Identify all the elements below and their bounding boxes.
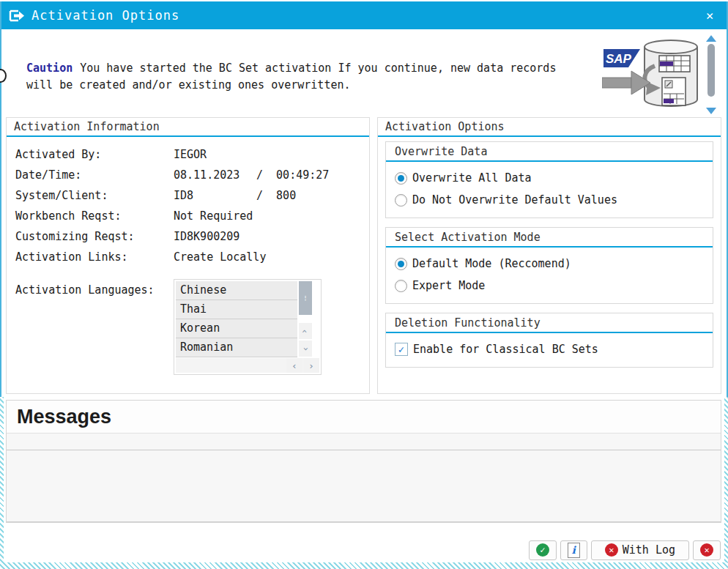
info-label: Activation Links: bbox=[15, 250, 174, 264]
information-button[interactable]: i bbox=[560, 540, 587, 560]
info-label: Customizing Reqst: bbox=[15, 230, 174, 243]
info-label: Workbench Reqst: bbox=[15, 209, 174, 223]
check-circle-icon: ✓ bbox=[536, 543, 549, 557]
languages-listbox: ChineseThaiKoreanRomanian ⁝ ‹ ‹ ‹ › bbox=[174, 279, 322, 375]
info-label: Activated By: bbox=[15, 148, 174, 161]
radio-selected-icon[interactable] bbox=[395, 258, 407, 270]
caution-label: Caution bbox=[26, 62, 73, 75]
option-groups: Overwrite DataOverwrite All DataDo Not O… bbox=[378, 137, 721, 381]
message-row bbox=[7, 434, 721, 450]
with-log-label: With Log bbox=[623, 543, 675, 557]
group-title: Overwrite Data bbox=[386, 142, 713, 160]
option-group: Select Activation ModeDefault Mode (Recc… bbox=[385, 227, 713, 304]
radio-unselected-icon[interactable] bbox=[395, 280, 407, 292]
messages-title: Messages bbox=[7, 401, 721, 434]
info-row: System/Client:ID8/ 800 bbox=[7, 185, 369, 206]
resize-hatch-bottom[interactable] bbox=[0, 562, 728, 569]
messages-panel: Messages bbox=[6, 400, 721, 523]
continue-button[interactable]: ✓ bbox=[529, 540, 557, 560]
group-title: Select Activation Mode bbox=[386, 228, 713, 246]
info-value2: / 00:49:27 bbox=[256, 168, 329, 182]
scrollbar-thumb[interactable] bbox=[707, 44, 715, 97]
group-title: Deletion Functionality bbox=[386, 313, 713, 332]
option-group: Overwrite DataOverwrite All DataDo Not O… bbox=[385, 141, 713, 218]
info-rows: Activated By:IEGORDate/Time:08.11.2023/ … bbox=[7, 137, 369, 267]
dialog-title: Activation Options bbox=[31, 8, 179, 23]
info-value2: / 800 bbox=[256, 189, 296, 202]
info-value: 08.11.2023 bbox=[174, 168, 256, 182]
checkbox-option[interactable]: ✓Enable for Classical BC Sets bbox=[395, 338, 704, 360]
scroll-up-icon[interactable]: ‹ bbox=[299, 323, 312, 339]
left-edge-handle[interactable] bbox=[0, 69, 7, 83]
radio-option[interactable]: Expert Mode bbox=[395, 275, 704, 297]
scrollbar-thumb[interactable]: ⁝ bbox=[299, 281, 312, 315]
x-circle-icon: ✕ bbox=[605, 543, 618, 557]
scroll-down-icon[interactable]: ‹ bbox=[299, 341, 312, 357]
language-item[interactable]: Thai bbox=[176, 300, 297, 319]
language-item[interactable]: Chinese bbox=[176, 281, 297, 300]
resize-hatch-right[interactable] bbox=[724, 397, 728, 569]
info-row: Activated By:IEGOR bbox=[7, 144, 369, 165]
info-label: Date/Time: bbox=[15, 168, 174, 182]
activation-options-dialog: Activation Options ✕ CautionYou have sta… bbox=[0, 0, 728, 569]
info-value: Create Locally bbox=[174, 250, 256, 264]
panel-title: Activation Options bbox=[378, 118, 721, 135]
radio-option[interactable]: Default Mode (Reccomend) bbox=[395, 253, 704, 275]
cancel-button[interactable]: ✕ bbox=[693, 540, 721, 560]
activation-information-panel: Activation Information Activated By:IEGO… bbox=[6, 117, 370, 394]
info-row: Workbench Reqst:Not Required bbox=[7, 206, 369, 226]
option-label: Do Not Overwrite Default Values bbox=[412, 193, 617, 207]
info-row: Customizing Reqst:ID8K900209 bbox=[7, 226, 369, 247]
language-item[interactable]: Romanian bbox=[176, 338, 297, 357]
info-row: Date/Time:08.11.2023/ 00:49:27 bbox=[7, 165, 369, 185]
group-body: ✓Enable for Classical BC Sets bbox=[386, 333, 713, 367]
scrollbar-track[interactable] bbox=[706, 42, 716, 108]
x-circle-icon: ✕ bbox=[700, 543, 713, 557]
panel-title: Activation Information bbox=[7, 118, 369, 135]
language-item[interactable]: Korean bbox=[176, 319, 297, 338]
info-row: Activation Links:Create Locally bbox=[7, 247, 369, 267]
languages-horizontal-scrollbar: ‹ › bbox=[176, 358, 319, 373]
caution-message: CautionYou have started the BC Set activ… bbox=[26, 60, 576, 93]
option-label: Expert Mode bbox=[412, 279, 485, 292]
cancel-with-log-button[interactable]: ✕ With Log bbox=[591, 540, 689, 560]
close-icon[interactable]: ✕ bbox=[700, 8, 719, 23]
language-list: ChineseThaiKoreanRomanian bbox=[176, 281, 297, 357]
activation-options-panel: Activation Options Overwrite DataOverwri… bbox=[377, 117, 721, 394]
info-value: ID8K900209 bbox=[174, 230, 256, 243]
footer-toolbar: ✓ i ✕ With Log ✕ bbox=[529, 540, 721, 560]
banner-scrollbar bbox=[705, 35, 717, 114]
checkbox-checked-icon[interactable]: ✓ bbox=[395, 343, 408, 356]
languages-label: Activation Languages: bbox=[15, 279, 174, 375]
scroll-down-icon[interactable] bbox=[706, 108, 716, 114]
dialog-titlebar: Activation Options ✕ bbox=[0, 1, 728, 29]
caution-text: You have started the BC Set activation I… bbox=[26, 62, 556, 92]
languages-vertical-scrollbar: ⁝ ‹ ‹ bbox=[297, 281, 313, 357]
info-value: IEGOR bbox=[174, 148, 256, 161]
option-group: Deletion Functionality✓Enable for Classi… bbox=[385, 313, 713, 368]
messages-body bbox=[7, 450, 721, 522]
radio-option[interactable]: Overwrite All Data bbox=[395, 167, 704, 189]
scroll-up-icon[interactable] bbox=[706, 35, 716, 42]
resize-hatch-left[interactable] bbox=[0, 397, 4, 569]
info-value: ID8 bbox=[174, 189, 256, 202]
scroll-left-icon[interactable]: ‹ bbox=[286, 358, 302, 373]
radio-unselected-icon[interactable] bbox=[395, 194, 407, 207]
exit-window-icon bbox=[9, 10, 26, 22]
info-icon: i bbox=[568, 543, 580, 558]
option-label: Enable for Classical BC Sets bbox=[413, 343, 598, 356]
sap-bcset-graphic: SAP bbox=[602, 37, 703, 113]
scroll-right-icon[interactable]: › bbox=[303, 358, 319, 373]
option-label: Overwrite All Data bbox=[412, 171, 532, 185]
radio-option[interactable]: Do Not Overwrite Default Values bbox=[395, 189, 704, 211]
info-value: Not Required bbox=[174, 209, 256, 223]
option-label: Default Mode (Reccomend) bbox=[412, 257, 571, 270]
radio-selected-icon[interactable] bbox=[395, 172, 407, 185]
group-body: Overwrite All DataDo Not Overwrite Defau… bbox=[386, 162, 713, 217]
info-label: System/Client: bbox=[15, 189, 174, 202]
svg-text:SAP: SAP bbox=[606, 52, 632, 66]
group-body: Default Mode (Reccomend)Expert Mode bbox=[386, 248, 713, 303]
activation-languages-block: Activation Languages: ChineseThaiKoreanR… bbox=[7, 279, 369, 375]
